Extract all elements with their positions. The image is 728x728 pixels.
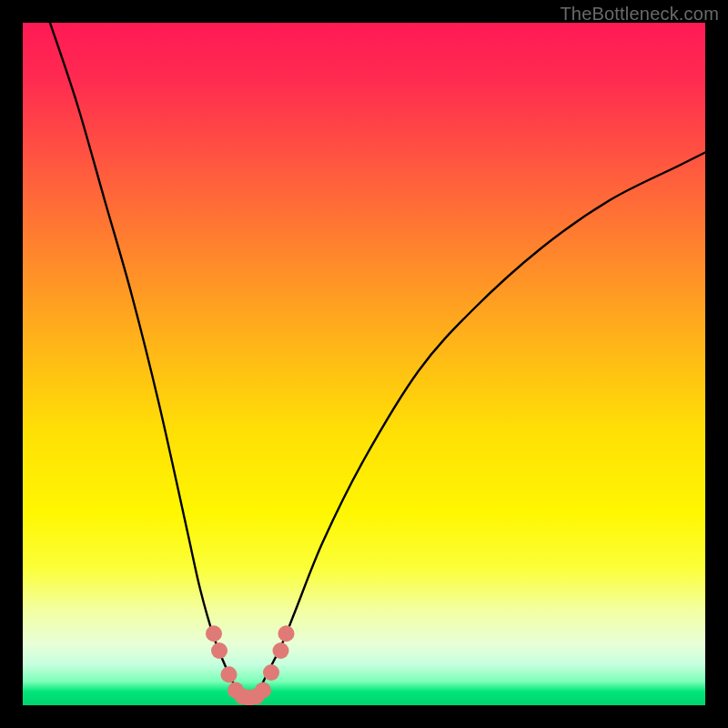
left-dot-near	[221, 666, 238, 682]
watermark-text: TheBottleneck.com	[560, 4, 719, 25]
right-dot-near	[263, 664, 279, 681]
curve-layer	[50, 23, 705, 699]
bottleneck-curve	[50, 23, 705, 699]
chart-svg	[23, 23, 705, 705]
left-dot-lower	[211, 642, 228, 659]
marker-layer	[206, 625, 295, 705]
plot-area	[23, 23, 705, 705]
right-dot-lower	[273, 642, 289, 659]
bottom-dot-5	[255, 682, 271, 699]
left-dot-upper	[206, 625, 222, 642]
outer-frame: TheBottleneck.com	[0, 0, 728, 728]
right-dot-upper	[278, 625, 295, 642]
